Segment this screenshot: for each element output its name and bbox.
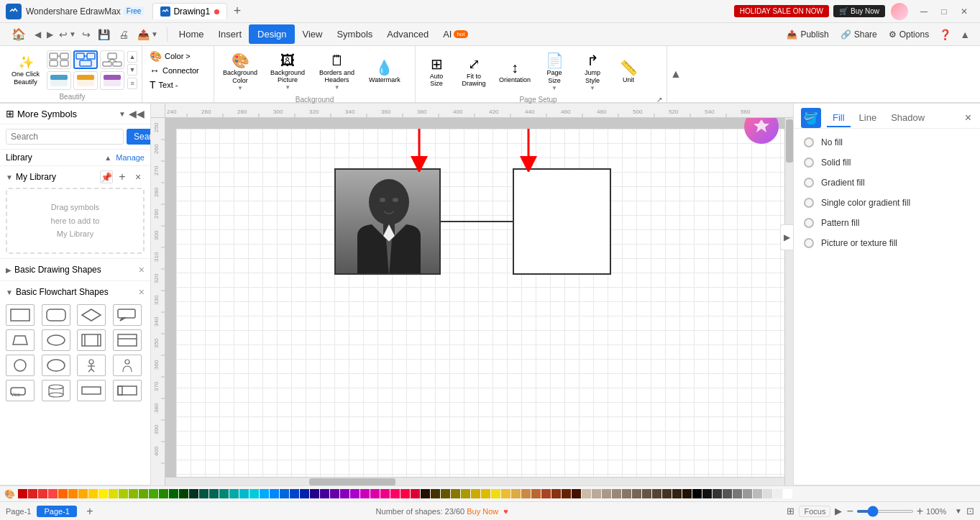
- tab-line[interactable]: Line: [853, 109, 883, 127]
- color-swatch[interactable]: [330, 489, 339, 498]
- color-swatch[interactable]: [682, 489, 692, 498]
- focus-btn[interactable]: Focus: [799, 506, 830, 517]
- buy-now-btn[interactable]: 🛒 Buy Now: [833, 5, 885, 17]
- color-swatch[interactable]: [511, 489, 521, 498]
- color-swatch[interactable]: [501, 489, 510, 498]
- holiday-sale-btn[interactable]: HOLIDAY SALE ON NOW: [734, 5, 829, 17]
- color-swatch[interactable]: [431, 489, 440, 498]
- canvas-connector-line[interactable]: [441, 221, 513, 222]
- color-swatch[interactable]: [773, 489, 782, 498]
- color-picker-icon[interactable]: 🎨: [4, 489, 15, 499]
- color-swatch[interactable]: [441, 489, 450, 498]
- basic-drawing-close-icon[interactable]: ×: [139, 264, 145, 275]
- color-swatch[interactable]: [88, 489, 98, 498]
- shape-rounded-tag[interactable]: Yes: [6, 380, 35, 401]
- orientation-btn[interactable]: ↕ Orientation: [495, 57, 535, 86]
- status-buy-now-link[interactable]: Buy Now: [467, 507, 498, 516]
- zoom-minus-btn[interactable]: −: [846, 505, 853, 518]
- color-swatch[interactable]: [290, 489, 299, 498]
- color-swatch[interactable]: [179, 489, 188, 498]
- v-scrollbar[interactable]: [784, 118, 793, 485]
- canvas-photo[interactable]: [334, 168, 441, 275]
- jump-style-btn[interactable]: ↱ JumpStyle ▼: [574, 49, 611, 94]
- shape-callout[interactable]: [113, 304, 142, 326]
- help-btn[interactable]: ❓: [935, 27, 956, 42]
- color-swatch[interactable]: [219, 489, 229, 498]
- page-tab-active[interactable]: Page-1: [37, 506, 76, 517]
- shape-cylinder[interactable]: [42, 380, 70, 401]
- text-row-btn[interactable]: T Text -: [147, 78, 209, 92]
- menu-forward-icon[interactable]: ▶: [44, 27, 56, 42]
- radio-single-gradient[interactable]: [804, 198, 814, 208]
- close-right-panel-btn[interactable]: ×: [963, 110, 973, 126]
- menu-view[interactable]: View: [295, 26, 329, 42]
- color-swatch[interactable]: [592, 489, 601, 498]
- color-swatch[interactable]: [692, 489, 702, 498]
- close-btn[interactable]: ✕: [954, 4, 974, 19]
- beautify-style-2-btn[interactable]: [73, 50, 98, 69]
- add-page-btn[interactable]: +: [83, 504, 97, 519]
- color-swatch[interactable]: [491, 489, 500, 498]
- tab-fill[interactable]: Fill: [827, 109, 851, 127]
- color-swatch[interactable]: [229, 489, 239, 498]
- color-swatch[interactable]: [28, 489, 37, 498]
- zoom-plus-btn[interactable]: +: [917, 505, 923, 518]
- color-swatch[interactable]: [68, 489, 78, 498]
- basic-flowchart-header[interactable]: ▼ Basic Flowchart Shapes ×: [6, 284, 145, 300]
- page-setup-expand-icon[interactable]: ↗: [656, 96, 662, 104]
- color-swatch[interactable]: [109, 489, 118, 498]
- share-btn[interactable]: 🔗 Share: [835, 27, 883, 42]
- user-avatar[interactable]: [891, 3, 908, 20]
- radio-no-fill[interactable]: [804, 137, 814, 147]
- color-swatch[interactable]: [169, 489, 178, 498]
- ribbon-right-collapse[interactable]: ▲: [667, 46, 684, 102]
- shape-striped-rect[interactable]: [113, 329, 142, 351]
- color-swatch[interactable]: [551, 489, 561, 498]
- h-scrollbar-thumb[interactable]: [309, 478, 395, 485]
- beautify-scroll-down-btn[interactable]: ▼: [127, 64, 137, 76]
- color-swatch[interactable]: [723, 489, 732, 498]
- canvas[interactable]: [165, 118, 784, 477]
- color-swatch[interactable]: [481, 489, 490, 498]
- color-swatch[interactable]: [48, 489, 58, 498]
- color-swatch[interactable]: [249, 489, 259, 498]
- radio-pattern-fill[interactable]: [804, 218, 814, 228]
- h-scrollbar[interactable]: [165, 477, 784, 485]
- minimize-btn[interactable]: ─: [914, 4, 934, 19]
- search-input[interactable]: [6, 129, 124, 145]
- shape-ellipse[interactable]: [42, 329, 70, 351]
- bg-picture-btn[interactable]: 🖼 BackgroundPicture ▼: [266, 50, 309, 94]
- fill-option-picture[interactable]: Picture or texture fill: [804, 238, 970, 248]
- color-swatch[interactable]: [662, 489, 672, 498]
- color-swatch[interactable]: [632, 489, 641, 498]
- canvas-empty-box[interactable]: [513, 168, 611, 275]
- menu-back-icon[interactable]: ◀: [32, 27, 44, 42]
- undo-btn[interactable]: ↩▼: [56, 26, 79, 43]
- print-btn[interactable]: 🖨: [114, 26, 133, 43]
- color-swatch[interactable]: [612, 489, 621, 498]
- beautify-expand-btn[interactable]: ≡: [127, 78, 137, 89]
- zoom-dropdown-icon[interactable]: ▼: [955, 507, 962, 515]
- tab-drawing1[interactable]: Drawing1: [152, 3, 227, 19]
- color-swatch[interactable]: [99, 489, 108, 498]
- color-swatch[interactable]: [38, 489, 47, 498]
- color-swatch[interactable]: [390, 489, 400, 498]
- color-swatch[interactable]: [139, 489, 148, 498]
- color-swatch[interactable]: [350, 489, 360, 498]
- shape-diamond[interactable]: [77, 304, 106, 326]
- manage-btn[interactable]: Manage: [116, 153, 145, 162]
- unit-btn[interactable]: 📏 Unit: [614, 56, 643, 86]
- watermark-btn[interactable]: 💧 Watermark: [365, 56, 405, 86]
- options-btn[interactable]: ⚙ Options: [883, 27, 935, 42]
- menu-insert[interactable]: Insert: [211, 26, 249, 42]
- beautify-scroll-up-btn[interactable]: ▲: [127, 51, 137, 63]
- v-scrollbar-thumb[interactable]: [786, 119, 793, 163]
- save-btn[interactable]: 💾: [93, 26, 114, 43]
- color-swatch[interactable]: [642, 489, 651, 498]
- search-btn[interactable]: Search: [127, 129, 151, 145]
- color-swatch[interactable]: [320, 489, 329, 498]
- fill-option-no-fill[interactable]: No fill: [804, 137, 970, 147]
- color-swatch[interactable]: [783, 489, 792, 498]
- color-swatch[interactable]: [733, 489, 742, 498]
- basic-flowchart-close-icon[interactable]: ×: [139, 286, 145, 298]
